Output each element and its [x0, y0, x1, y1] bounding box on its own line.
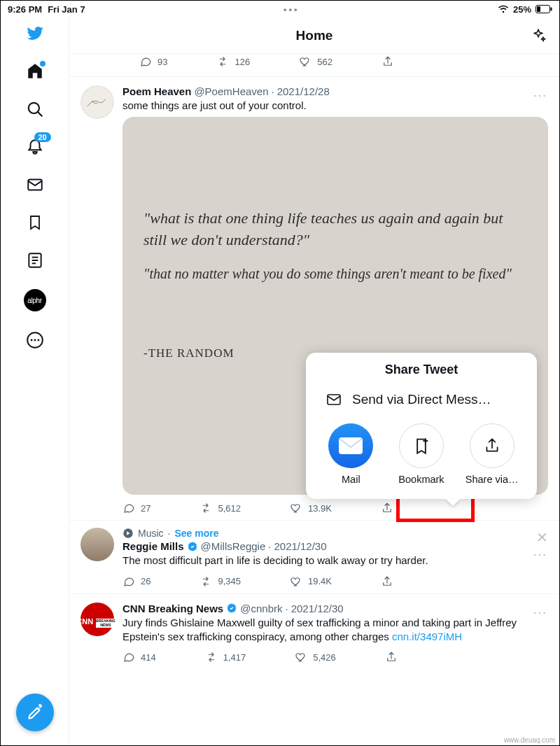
tweet[interactable]: ⋯ CNN CNN Breaking News @cnnbrk · 2021/1…: [69, 593, 559, 670]
like-button[interactable]: 13.9K: [290, 502, 332, 514]
tweet-text: some things are just out of your control…: [122, 99, 548, 113]
share-mail-button[interactable]: Mail: [319, 423, 382, 485]
battery-icon: [536, 5, 552, 13]
author-handle[interactable]: @cnnbrk: [240, 603, 282, 614]
tweet-text: Jury finds Ghislaine Maxwell guilty of s…: [122, 616, 548, 645]
home-header: Home: [69, 17, 559, 54]
twitter-logo-icon[interactable]: [26, 24, 44, 43]
timeline-options-icon[interactable]: [530, 27, 547, 44]
share-button[interactable]: [381, 575, 393, 588]
share-bookmark-button[interactable]: Bookmark: [390, 423, 453, 485]
tweet-text: The most difficult part in life is decid…: [122, 554, 548, 568]
share-button[interactable]: [385, 651, 398, 663]
avatar[interactable]: CNN: [80, 603, 114, 636]
tweet-more-icon[interactable]: ⋯: [533, 87, 548, 104]
status-date: Fri Jan 7: [48, 4, 85, 15]
like-button[interactable]: 562: [299, 55, 332, 68]
search-icon[interactable]: [26, 100, 44, 118]
tweet-link[interactable]: cnn.it/3497iMH: [392, 631, 462, 642]
popover-title: Share Tweet: [306, 363, 537, 377]
svg-line-4: [38, 112, 41, 115]
battery-percent: 25%: [513, 4, 531, 15]
svg-rect-2: [550, 8, 552, 11]
lists-icon[interactable]: [26, 251, 44, 269]
more-icon[interactable]: [26, 331, 44, 349]
reply-button[interactable]: 27: [122, 502, 150, 514]
svg-rect-1: [537, 6, 540, 12]
verified-icon: [226, 603, 237, 614]
mail-app-icon: [328, 423, 373, 468]
avatar[interactable]: [80, 85, 114, 119]
topic-icon: [122, 528, 134, 539]
main-column: Home 93 126 562 ⋯ Poem Heave: [69, 17, 559, 745]
status-bar: 9:26 PM Fri Jan 7 ••• 25%: [1, 1, 559, 17]
like-button[interactable]: 5,426: [295, 651, 336, 663]
tweet[interactable]: ✕ ⋯ Music · See more Reggie Mills @Mills…: [69, 520, 559, 593]
author-name[interactable]: Reggie Mills: [122, 540, 184, 552]
retweet-button[interactable]: 9,345: [200, 575, 241, 588]
profile-avatar[interactable]: alphr: [24, 289, 46, 311]
messages-icon[interactable]: [26, 176, 44, 194]
share-button[interactable]: [381, 502, 393, 514]
prev-tweet-actions: 93 126 562: [69, 54, 559, 76]
tweet-date[interactable]: 2021/12/30: [291, 603, 344, 614]
svg-rect-19: [339, 437, 363, 454]
reply-button[interactable]: 26: [122, 575, 150, 588]
svg-point-13: [37, 339, 39, 342]
tweet-more-icon[interactable]: ⋯: [533, 604, 548, 621]
dismiss-topic-icon[interactable]: ✕: [536, 529, 548, 546]
reply-button[interactable]: 414: [122, 651, 156, 663]
author-handle[interactable]: @PoemHeaven: [194, 85, 268, 97]
author-handle[interactable]: @MillsReggie: [201, 540, 266, 552]
retweet-button[interactable]: 5,612: [200, 502, 241, 514]
bookmarks-icon[interactable]: [26, 213, 44, 232]
share-via-button[interactable]: Share via…: [461, 423, 524, 485]
notifications-icon[interactable]: 20: [26, 138, 44, 156]
watermark: www.deuaq.com: [504, 736, 555, 744]
author-name[interactable]: CNN Breaking News: [122, 603, 223, 614]
like-button[interactable]: 19.4K: [290, 575, 332, 588]
home-icon[interactable]: [26, 62, 44, 80]
reply-button[interactable]: 93: [139, 55, 167, 68]
svg-point-11: [30, 339, 32, 342]
tweet-date[interactable]: 2021/12/30: [274, 540, 326, 552]
avatar[interactable]: [80, 528, 114, 561]
verified-icon: [187, 541, 198, 552]
svg-point-16: [82, 87, 113, 118]
wifi-icon: [498, 5, 509, 13]
mail-icon: [326, 391, 342, 408]
share-tweet-popover: Share Tweet Send via Direct Mess… Mail B…: [306, 353, 537, 499]
page-title: Home: [296, 28, 333, 43]
send-dm-row[interactable]: Send via Direct Mess…: [306, 391, 537, 423]
retweet-button[interactable]: 1,417: [205, 651, 246, 663]
share-icon: [470, 423, 514, 468]
sidebar: 20 alphr: [1, 17, 69, 745]
bookmark-add-icon: [399, 423, 444, 468]
see-more-link[interactable]: See more: [174, 528, 218, 539]
status-time: 9:26 PM: [8, 4, 42, 15]
retweet-button[interactable]: 126: [216, 55, 250, 68]
multitask-dots-icon[interactable]: •••: [284, 4, 300, 15]
tweet-date[interactable]: 2021/12/28: [277, 85, 330, 97]
notifications-badge: 20: [34, 132, 51, 142]
svg-rect-18: [328, 395, 340, 404]
share-button[interactable]: [382, 55, 394, 68]
topic-label[interactable]: Music: [138, 528, 164, 539]
svg-point-12: [34, 339, 36, 342]
tweet-more-icon[interactable]: ⋯: [533, 546, 548, 563]
compose-tweet-button[interactable]: [16, 694, 54, 731]
author-name[interactable]: Poem Heaven: [122, 85, 191, 97]
